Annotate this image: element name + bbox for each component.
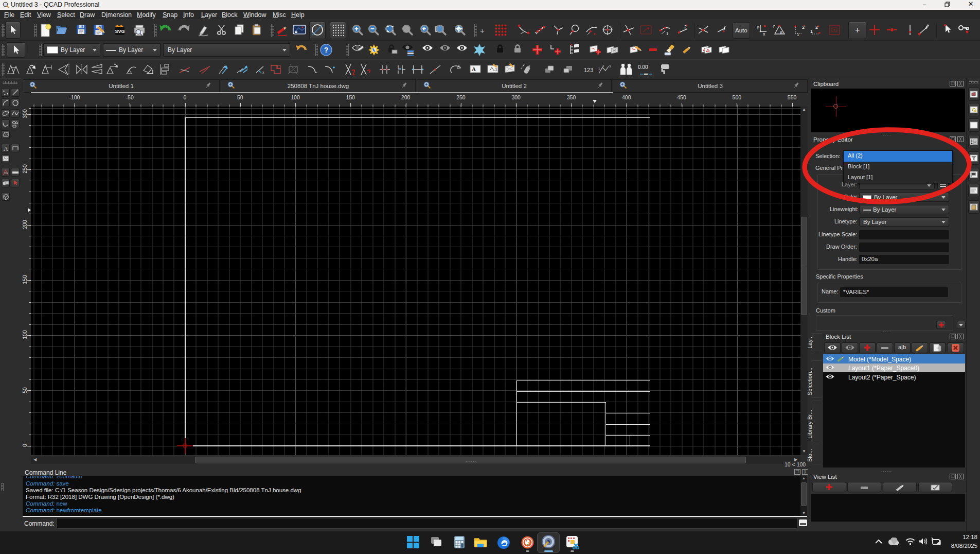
svg-text:.1: .1 [494,67,497,72]
svg-text:a: a [780,29,782,34]
svg-text:A: A [4,145,8,152]
svg-text:2: 2 [815,25,818,30]
svg-text:1: 1 [797,32,799,37]
svg-text:y: y [757,24,759,29]
svg-text:2: 2 [602,64,604,67]
svg-text:+: + [217,32,219,36]
svg-text:x: x [763,31,765,36]
svg-text:3: 3 [609,65,611,68]
svg-text:1: 1 [810,29,813,34]
svg-text:1: 1 [598,67,600,70]
svg-text:x: x [262,71,264,74]
svg-text:?: ? [324,46,329,54]
svg-text:A: A [472,66,476,72]
svg-text:1: 1 [666,31,669,36]
svg-text:r: r [773,24,775,29]
svg-text:SVG: SVG [115,29,124,34]
